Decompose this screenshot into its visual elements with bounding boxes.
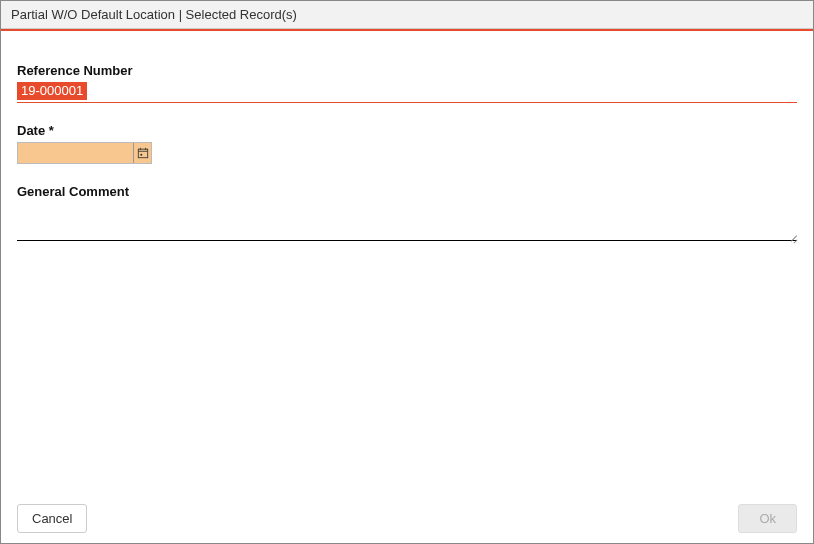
form-content: Reference Number 19-000001 Date * Genera… bbox=[1, 31, 813, 244]
reference-field: Reference Number 19-000001 bbox=[17, 63, 797, 103]
dialog-titlebar: Partial W/O Default Location | Selected … bbox=[1, 1, 813, 29]
calendar-icon[interactable] bbox=[133, 143, 151, 163]
dialog-footer: Cancel Ok bbox=[1, 496, 813, 543]
svg-point-4 bbox=[140, 154, 142, 156]
date-input[interactable] bbox=[18, 143, 133, 163]
date-field: Date * bbox=[17, 123, 797, 164]
date-label: Date * bbox=[17, 123, 797, 138]
comment-field: General Comment bbox=[17, 184, 797, 244]
date-input-wrap bbox=[17, 142, 152, 164]
reference-value: 19-000001 bbox=[17, 82, 87, 100]
dialog-title: Partial W/O Default Location | Selected … bbox=[11, 7, 297, 22]
svg-rect-0 bbox=[138, 149, 147, 158]
reference-label: Reference Number bbox=[17, 63, 797, 78]
ok-button[interactable]: Ok bbox=[738, 504, 797, 533]
cancel-button[interactable]: Cancel bbox=[17, 504, 87, 533]
comment-textarea[interactable] bbox=[17, 203, 797, 241]
reference-row[interactable]: 19-000001 bbox=[17, 82, 797, 103]
comment-label: General Comment bbox=[17, 184, 797, 199]
